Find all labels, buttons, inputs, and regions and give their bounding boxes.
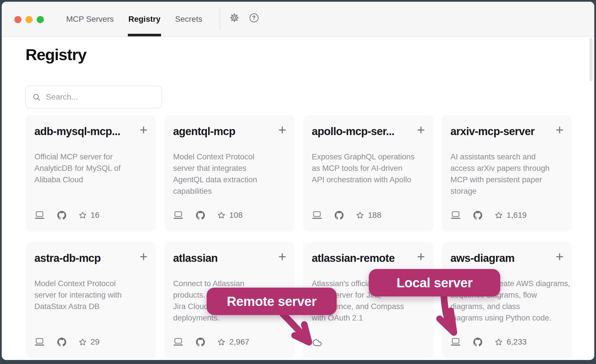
card-footer: 188 [312,210,381,220]
app-window: MCP Servers Registry Secrets ? Registry … [2,2,594,360]
local-server-callout: Local server [369,269,500,296]
help-icon: ? [250,13,258,22]
server-description: AI assistants search and access arXiv pa… [450,151,564,197]
header-divider [219,8,220,30]
tab-label: Secrets [175,15,202,24]
card-footer [312,337,323,347]
star-icon [217,211,226,219]
tab-mcp-servers[interactable]: MCP Servers [66,2,114,36]
laptop-icon [450,211,461,219]
star-icon [495,211,503,219]
server-name: atlassian [173,252,217,264]
zoom-window-button[interactable] [37,16,44,23]
titlebar: MCP Servers Registry Secrets ? [2,2,594,37]
card-footer: 1,619 [450,210,527,220]
server-card-grid: adb-mysql-mcp... + Official MCP server f… [26,115,572,358]
add-server-button[interactable]: + [417,125,425,135]
server-description: Exposes GraphQL operations as MCP tools … [312,151,425,185]
server-card-agentql-mcp[interactable]: agentql-mcp + Model Context Protocol ser… [164,115,295,232]
help-button[interactable]: ? [249,13,259,23]
github-icon [473,211,482,220]
laptop-icon [450,338,461,346]
server-name: arxiv-mcp-server [450,125,535,138]
settings-button[interactable] [230,13,239,23]
cloud-icon [312,338,323,347]
star-icon [356,211,364,219]
remote-server-callout: Remote server [207,288,337,315]
add-server-button[interactable]: + [556,125,564,135]
search-box [25,86,162,108]
local-server-callout-label: Local server [397,275,473,290]
card-footer: 2,967 [173,337,249,347]
server-name: adb-mysql-mcp... [34,125,120,138]
server-description: Model Context Protocol server that integ… [173,151,286,197]
search-input[interactable] [40,92,156,102]
server-description: Official MCP server for AnalyticDB for M… [34,151,148,185]
add-server-button[interactable]: + [140,125,148,135]
tab-secrets[interactable]: Secrets [175,2,202,36]
laptop-icon [173,338,183,346]
tab-registry[interactable]: Registry [128,2,160,36]
star-count: 188 [368,211,381,220]
github-icon [335,211,344,220]
star-count: 1,619 [507,211,527,220]
card-footer: 6,233 [450,337,527,347]
add-server-button[interactable]: + [278,252,286,262]
minimize-window-button[interactable] [26,16,33,23]
server-card-astra-db-mcp[interactable]: astra-db-mcp + Model Context Protocol se… [26,242,156,358]
close-window-button[interactable] [14,16,21,23]
star-count: 2,967 [229,337,249,347]
laptop-icon [34,211,45,219]
server-card-apollo-mcp-server[interactable]: apollo-mcp-ser... + Exposes GraphQL oper… [303,115,434,232]
add-server-button[interactable]: + [278,125,286,135]
laptop-icon [173,211,183,219]
github-icon [196,338,205,347]
server-card-arxiv-mcp-server[interactable]: arxiv-mcp-server + AI assistants search … [442,115,572,232]
star-count: 29 [91,337,99,347]
server-name: astra-db-mcp [34,252,101,264]
search-icon [33,93,40,101]
star-count: 108 [229,211,243,220]
server-card-adb-mysql-mcp[interactable]: adb-mysql-mcp... + Official MCP server f… [26,115,156,232]
server-name: aws-diagram [450,252,515,264]
tab-label: Registry [128,15,160,24]
github-icon [473,338,482,347]
tab-bar: MCP Servers Registry Secrets [66,2,202,36]
laptop-icon [34,338,45,346]
server-description: Model Context Protocol server for intera… [34,278,148,312]
scrollbar-thumb[interactable] [589,38,593,81]
star-icon [79,211,87,219]
github-icon [196,211,205,220]
tab-label: MCP Servers [66,15,114,24]
star-count: 16 [91,211,99,220]
card-footer: 16 [34,210,99,220]
server-name: apollo-mcp-ser... [312,125,394,138]
remote-server-callout-label: Remote server [227,294,316,309]
add-server-button[interactable]: + [417,252,425,262]
server-name: agentql-mcp [173,125,235,138]
star-icon [79,338,87,346]
laptop-icon [312,211,322,219]
star-icon [217,338,226,346]
server-card-aws-diagram[interactable]: aws-diagram + Seamlessly create AWS diag… [442,242,572,358]
add-server-button[interactable]: + [140,252,148,262]
card-footer: 108 [173,210,243,220]
star-count: 6,233 [507,337,527,347]
card-footer: 29 [34,337,99,347]
github-icon [57,338,66,347]
gear-icon [230,13,239,22]
github-icon [57,211,66,220]
page-title: Registry [26,45,86,64]
server-name: atlassian-remote [312,252,395,264]
add-server-button[interactable]: + [556,252,564,262]
traffic-lights [14,16,44,23]
star-icon [495,338,503,346]
